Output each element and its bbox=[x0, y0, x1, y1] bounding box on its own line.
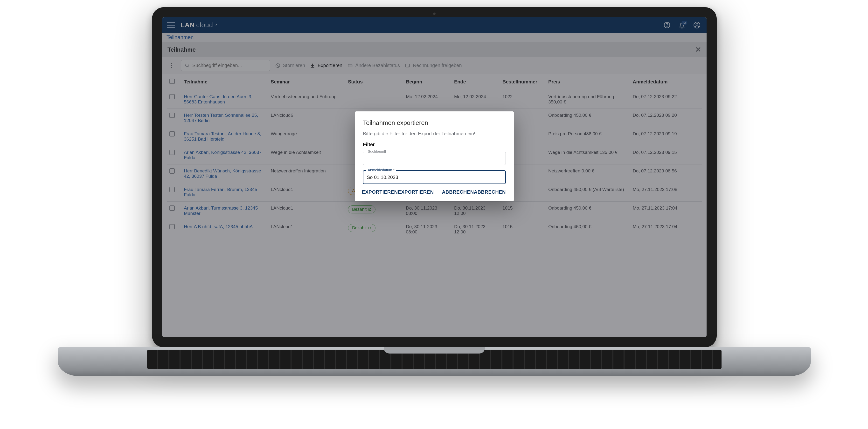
anmeldedatum-field: Anmeldedatum bbox=[363, 170, 506, 184]
laptop-base bbox=[58, 347, 811, 376]
cancel-button[interactable]: ABBRECHENABBRECHEN bbox=[442, 189, 506, 195]
suchbegriff-input[interactable] bbox=[363, 152, 506, 165]
export-confirm-button[interactable]: EXPORTIERENEXPORTIEREN bbox=[362, 189, 434, 195]
modal-filter-heading: Filter bbox=[363, 142, 506, 147]
modal-title: Teilnahmen exportieren bbox=[363, 119, 506, 127]
anmeldedatum-label: Anmeldedatum bbox=[366, 168, 396, 172]
laptop-bezel: LANcloud↗ 43 Teilnahmen Teilnahme ✕ bbox=[152, 7, 717, 347]
modal-actions: EXPORTIERENEXPORTIEREN ABBRECHENABBRECHE… bbox=[363, 189, 506, 195]
modal-hint: Bitte gib die Filter für den Export der … bbox=[363, 131, 506, 136]
suchbegriff-field: Suchbegriff bbox=[363, 152, 506, 165]
app-screen: LANcloud↗ 43 Teilnahmen Teilnahme ✕ bbox=[162, 18, 707, 337]
anmeldedatum-input[interactable] bbox=[363, 170, 506, 184]
export-modal: Teilnahmen exportieren Bitte gib die Fil… bbox=[355, 111, 514, 201]
suchbegriff-label: Suchbegriff bbox=[366, 149, 388, 153]
laptop-frame: LANcloud↗ 43 Teilnahmen Teilnahme ✕ bbox=[29, 7, 840, 376]
